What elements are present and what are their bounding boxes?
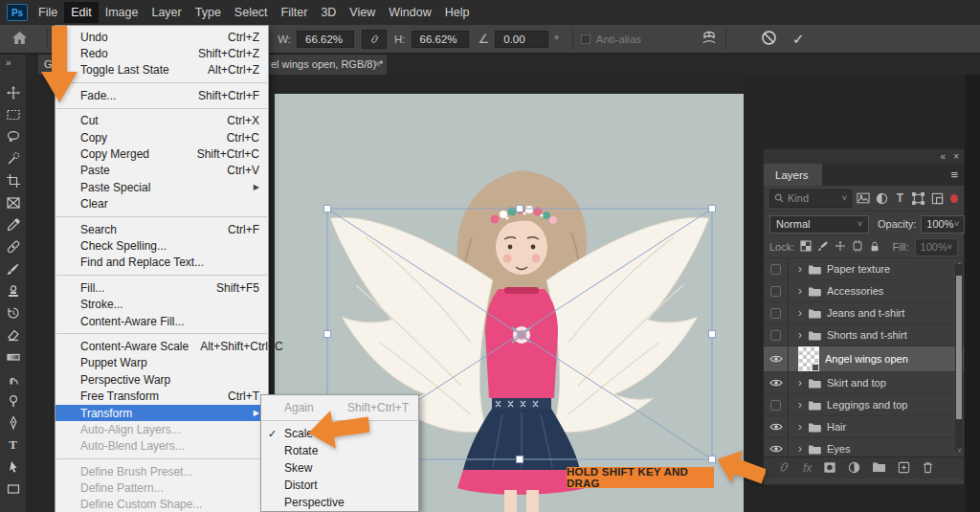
submenu-item-perspective[interactable]: Perspective [261,494,418,511]
expand-chevron[interactable]: › [798,262,802,276]
menu-item-perspective-warp[interactable]: Perspective Warp [56,371,268,388]
visibility-toggle[interactable] [764,258,789,279]
layer-row-hair[interactable]: › Hair [764,416,964,438]
layer-thumbnail[interactable] [798,346,819,371]
close-tab-icon[interactable]: × [374,57,381,71]
menu-item-free-transform[interactable]: Free TransformCtrl+T [56,388,268,404]
menu-item-paste-special[interactable]: Paste Special▶ [56,179,268,195]
layer-row-eyes[interactable]: › Eyes [764,438,964,456]
link-dimensions-icon[interactable] [362,30,387,49]
menu-item-transform[interactable]: Transform▶ [56,405,268,421]
angle-input[interactable]: 0.00 [495,31,548,48]
visibility-toggle[interactable] [764,302,789,323]
crop-tool[interactable] [0,169,26,191]
visibility-toggle[interactable] [764,346,789,371]
visibility-toggle[interactable] [764,416,789,437]
menu-type[interactable]: Type [189,2,228,23]
path-selection-tool[interactable] [0,456,26,478]
menu-view[interactable]: View [343,2,382,23]
filter-adjustment-icon[interactable] [874,190,888,207]
visibility-toggle[interactable] [764,438,789,456]
menu-filter[interactable]: Filter [275,2,315,23]
lasso-tool[interactable] [0,125,26,147]
menu-item-puppet-warp[interactable]: Puppet Warp [56,355,268,371]
frame-tool[interactable] [0,191,26,213]
tab-layers[interactable]: Layers [764,164,822,186]
layer-row-angel-wings-open[interactable]: Angel wings open [764,346,964,372]
menu-item-clear[interactable]: Clear [56,196,268,212]
history-brush-tool[interactable] [0,301,26,323]
expand-chevron[interactable]: › [798,284,802,298]
spot-healing-brush-tool[interactable] [0,235,26,257]
gradient-tool[interactable] [0,345,26,367]
move-tool[interactable] [0,81,26,103]
scroll-down-icon[interactable]: ˅ [957,446,962,455]
filter-toggle-icon[interactable] [950,194,958,203]
lock-position-icon[interactable] [835,240,846,254]
menu-item-check-spelling[interactable]: Check Spelling... [56,237,268,254]
smudge-tool[interactable] [0,367,26,390]
menu-window[interactable]: Window [382,2,437,23]
new-group-icon[interactable] [872,461,886,475]
layer-row-jeans-and-t-shirt[interactable]: › Jeans and t-shirt [764,302,964,324]
layer-row-skirt-and-top[interactable]: › Skirt and top [764,372,964,394]
visibility-toggle[interactable] [764,324,789,345]
menu-item-copy-merged[interactable]: Copy MergedShift+Ctrl+C [56,145,268,162]
visibility-toggle[interactable] [764,280,789,301]
anti-alias-checkbox[interactable] [581,34,590,44]
collapse-panel-icon[interactable]: « [941,151,947,162]
panel-menu-icon[interactable]: ≡ [950,167,958,182]
lock-artboard-icon[interactable] [852,240,863,254]
blend-mode-select[interactable]: Normal ˅ [769,215,869,234]
fill-input[interactable]: 100% ˅ [915,238,958,256]
expand-chevron[interactable]: › [798,376,802,390]
rectangle-tool[interactable] [0,478,26,500]
expand-chevron[interactable]: › [798,306,802,320]
menu-layer[interactable]: Layer [145,2,188,23]
menu-item-undo[interactable]: UndoCtrl+Z [56,29,268,45]
menu-item-fade[interactable]: Fade...Shift+Ctrl+F [56,87,268,103]
submenu-item-skew[interactable]: Skew [261,459,418,477]
height-input[interactable]: 66.62% [412,31,469,48]
opacity-input[interactable]: 100% ˅ [921,215,965,234]
expand-chevron[interactable]: › [798,398,802,412]
type-tool[interactable]: T [0,434,26,456]
menu-item-toggle-last-state[interactable]: Toggle Last StateAlt+Ctrl+Z [56,62,268,78]
lock-all-icon[interactable] [869,240,880,255]
menu-item-auto-align-layers[interactable]: Auto-Align Layers... [56,421,268,437]
lock-pixels-icon[interactable] [817,240,829,254]
menu-item-define-brush-preset[interactable]: Define Brush Preset... [56,463,268,479]
filter-smart-object-icon[interactable] [930,190,945,207]
menu-item-fill[interactable]: Fill...Shift+F5 [56,279,268,296]
menu-item-find-and-replace-text[interactable]: Find and Replace Text... [56,255,268,271]
menu-item-content-aware-fill[interactable]: Content-Aware Fill... [56,313,268,329]
lock-transparency-icon[interactable] [800,240,812,254]
new-layer-icon[interactable] [898,461,910,476]
eraser-tool[interactable] [0,323,26,345]
dodge-tool[interactable] [0,390,26,412]
layer-mask-icon[interactable] [823,461,836,476]
layer-style-icon[interactable]: fx [803,461,812,475]
pen-tool[interactable] [0,412,26,434]
menu-item-define-custom-shape[interactable]: Define Custom Shape... [56,497,268,512]
menu-item-content-aware-scale[interactable]: Content-Aware ScaleAlt+Shift+Ctrl+C [56,338,268,354]
close-panel-icon[interactable]: × [953,151,959,162]
filter-kind-select[interactable]: Kind ˅ [769,189,852,208]
quick-selection-tool[interactable] [0,147,26,169]
layer-row-paper-texture[interactable]: › Paper texture [764,258,964,280]
layer-row-accessories[interactable]: › Accessories [764,280,964,302]
delete-layer-icon[interactable] [922,461,934,476]
visibility-toggle[interactable] [764,394,789,415]
layer-row-leggings-and-top[interactable]: › Leggings and top [764,394,964,416]
menu-item-search[interactable]: SearchCtrl+F [56,221,268,237]
filter-image-icon[interactable] [856,190,870,207]
menu-3d[interactable]: 3D [314,2,343,23]
rectangular-marquee-tool[interactable] [0,103,26,125]
menu-item-auto-blend-layers[interactable]: Auto-Blend Layers... [56,438,268,455]
menu-item-cut[interactable]: CutCtrl+X [56,113,268,129]
cancel-transform-icon[interactable] [761,30,777,48]
clone-stamp-tool[interactable] [0,279,26,301]
submenu-item-distort[interactable]: Distort [261,477,418,494]
menu-item-stroke[interactable]: Stroke... [56,296,268,312]
toolbar-collapse-icon[interactable]: » [0,55,26,74]
